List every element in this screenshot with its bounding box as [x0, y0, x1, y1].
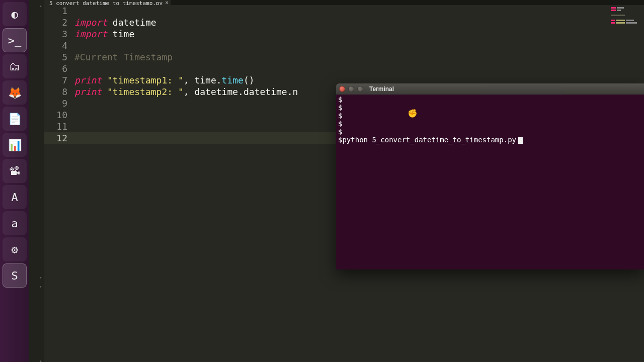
line-number[interactable]: 5	[44, 51, 74, 63]
minimap[interactable]	[611, 7, 641, 27]
code-line[interactable]	[74, 63, 644, 74]
firefox-icon[interactable]: 🦊	[3, 80, 27, 105]
terminal-line: $	[338, 112, 642, 120]
file-tab[interactable]: 5_convert_datetime_to_timestamp.py ×	[44, 0, 171, 5]
line-number[interactable]: 11	[44, 121, 74, 132]
line-number[interactable]: 3	[44, 28, 74, 40]
cursor-icon: ✊	[408, 109, 418, 118]
close-icon[interactable]: ×	[165, 0, 169, 5]
window-minimize-icon[interactable]	[348, 86, 354, 92]
terminal-line: $	[338, 104, 642, 112]
terminal-titlebar[interactable]: Terminal	[336, 83, 644, 95]
line-number[interactable]: 9	[44, 98, 74, 109]
line-number[interactable]: 12	[44, 132, 74, 144]
line-number[interactable]: 7	[44, 74, 74, 86]
terminal-body[interactable]: $$$$$$python 5_convert_datetime_to_times…	[336, 95, 644, 145]
unity-launcher: ◐>_🗂🦊📄📊📽Aa⚙S	[0, 0, 29, 362]
line-number[interactable]: 2	[44, 17, 74, 28]
code-line[interactable]	[74, 40, 644, 51]
window-maximize-icon[interactable]	[357, 86, 363, 92]
code-line[interactable]: #Current Timestamp	[74, 51, 644, 63]
code-line[interactable]: import datetime	[74, 17, 644, 28]
terminal-icon[interactable]: >_	[3, 28, 27, 52]
terminal-title: Terminal	[369, 85, 394, 93]
terminal-window[interactable]: Terminal $$$$$$python 5_convert_datetime…	[336, 83, 644, 269]
terminal-cursor	[518, 137, 523, 144]
line-number[interactable]: 4	[44, 40, 74, 51]
terminal-line: $	[338, 96, 642, 104]
files-icon[interactable]: 🗂	[3, 54, 27, 78]
line-number-gutter[interactable]: 123456789101112	[44, 5, 74, 144]
impress-icon[interactable]: 📽	[3, 159, 27, 183]
sublime-icon[interactable]: S	[3, 263, 27, 288]
dash-icon[interactable]: ◐	[3, 2, 27, 26]
line-number[interactable]: 1	[44, 5, 74, 17]
terminal-line: $	[338, 120, 642, 128]
writer-icon[interactable]: 📄	[3, 107, 27, 131]
line-number[interactable]: 6	[44, 63, 74, 74]
settings-icon[interactable]: ⚙	[3, 237, 27, 261]
line-number[interactable]: 8	[44, 86, 74, 98]
terminal-line: $	[338, 128, 642, 136]
amazon-icon[interactable]: a	[3, 211, 27, 235]
tab-bar: 5_convert_datetime_to_timestamp.py ×	[44, 0, 644, 5]
code-line[interactable]: import time	[74, 28, 644, 40]
window-close-icon[interactable]	[339, 86, 345, 92]
file-tab-label: 5_convert_datetime_to_timestamp.py	[49, 0, 163, 5]
sidebar-folder-strip[interactable]: ▸ ▸ ▸ ▸	[29, 0, 44, 362]
line-number[interactable]: 10	[44, 109, 74, 121]
terminal-command-line[interactable]: $python 5_convert_datetime_to_timestamp.…	[338, 136, 642, 144]
code-line[interactable]	[74, 5, 644, 17]
calc-icon[interactable]: 📊	[3, 133, 27, 157]
software-icon[interactable]: A	[3, 185, 27, 209]
